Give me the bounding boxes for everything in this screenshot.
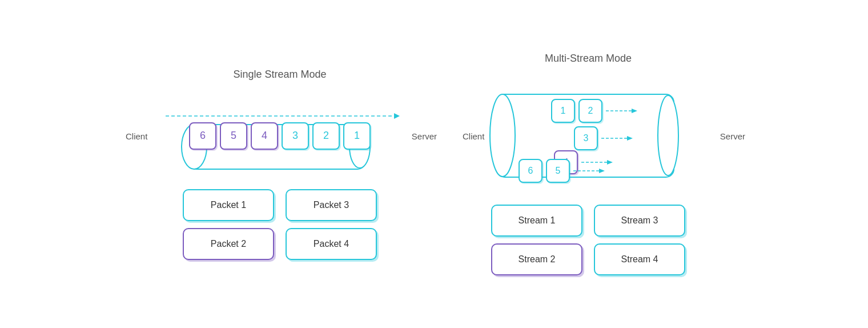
multi-packet-6: 6	[519, 159, 542, 183]
svg-point-7	[658, 95, 678, 175]
packet-1: 1	[343, 122, 371, 150]
main-container: Single Stream Mode Client Server 6 5 4	[0, 0, 868, 328]
legend-stream1: Stream 1	[491, 205, 582, 237]
packet-4: 4	[251, 122, 278, 150]
packet-5: 5	[220, 122, 247, 150]
legend-packet3: Packet 3	[286, 189, 377, 221]
svg-marker-13	[607, 160, 613, 165]
legend-packet4: Packet 4	[286, 228, 377, 260]
legend-stream4: Stream 4	[594, 243, 685, 275]
multi-stream-title: Multi-Stream Mode	[545, 53, 632, 65]
multi-stream-section: Multi-Stream Mode Client Server 1 2	[468, 53, 708, 275]
stream-row-1: 1 2	[551, 99, 637, 123]
svg-marker-15	[599, 169, 605, 173]
multi-server-label: Server	[720, 131, 745, 141]
packet-3: 3	[282, 122, 309, 150]
multi-stream-tunnel: Client Server 1 2 3	[468, 83, 708, 189]
single-stream-title: Single Stream Mode	[233, 69, 326, 81]
legend-packet1: Packet 1	[183, 189, 274, 221]
multi-packet-3: 3	[574, 126, 598, 150]
single-server-label: Server	[412, 131, 437, 141]
multi-packet-1: 1	[551, 99, 575, 123]
single-client-label: Client	[126, 131, 147, 141]
svg-point-6	[490, 94, 515, 177]
stream-row-4: 6 5	[519, 159, 605, 183]
stream-row-2: 3	[574, 126, 633, 150]
packet-2: 2	[312, 122, 340, 150]
legend-stream3: Stream 3	[594, 205, 685, 237]
legend-stream2: Stream 2	[491, 243, 582, 275]
multi-packet-2: 2	[578, 99, 602, 123]
single-stream-packets: 6 5 4 3 2 1	[189, 122, 371, 150]
svg-marker-1	[394, 113, 400, 119]
multi-stream-legend: Stream 1 Stream 3 Stream 2 Stream 4	[491, 205, 685, 275]
multi-packet-5: 5	[546, 159, 570, 183]
svg-marker-9	[632, 109, 637, 113]
single-stream-legend: Packet 1 Packet 3 Packet 2 Packet 4	[183, 189, 377, 260]
single-stream-section: Single Stream Mode Client Server 6 5 4	[160, 69, 400, 260]
packet-6: 6	[189, 122, 216, 150]
single-stream-tunnel: Client Server 6 5 4 3 2 1	[160, 99, 400, 173]
svg-marker-11	[627, 136, 633, 141]
legend-packet2: Packet 2	[183, 228, 274, 260]
